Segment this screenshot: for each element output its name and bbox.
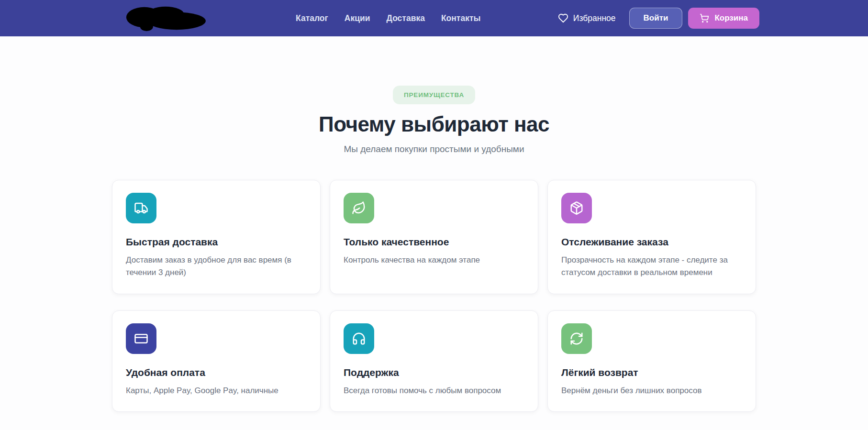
cart-button[interactable]: Корзина <box>688 8 759 29</box>
store-logo-redacted[interactable] <box>120 5 209 32</box>
card-order-tracking: Отслеживание заказа Прозрачность на кажд… <box>547 180 756 294</box>
advantages-section: ПРЕИМУЩЕСТВА Почему выбирают нас Мы дела… <box>0 36 868 412</box>
nav-link-catalog[interactable]: Каталог <box>296 13 328 23</box>
heart-icon <box>558 13 568 23</box>
refresh-icon <box>561 323 592 354</box>
cart-label: Корзина <box>714 13 748 23</box>
card-title: Отслеживание заказа <box>561 236 742 248</box>
card-title: Поддержка <box>344 367 524 378</box>
logo-blob <box>120 5 209 32</box>
shopping-cart-icon <box>700 13 709 23</box>
favorites-link[interactable]: Избранное <box>558 13 616 23</box>
card-title: Быстрая доставка <box>126 236 307 248</box>
card-description: Контроль качества на каждом этапе <box>344 254 524 266</box>
leaf-icon <box>344 193 374 223</box>
card-quality: Только качественное Контроль качества на… <box>330 180 538 294</box>
nav-link-promos[interactable]: Акции <box>345 13 370 23</box>
headphones-icon <box>344 323 374 354</box>
card-fast-delivery: Быстрая доставка Доставим заказ в удобно… <box>112 180 321 294</box>
card-easy-payment: Удобная оплата Карты, Apple Pay, Google … <box>112 310 321 412</box>
card-title: Лёгкий возврат <box>561 367 742 378</box>
card-description: Вернём деньги без лишних вопросов <box>561 385 742 397</box>
card-title: Только качественное <box>344 236 524 248</box>
nav-link-contacts[interactable]: Контакты <box>441 13 481 23</box>
header: Каталог Акции Доставка Контакты Избранно… <box>0 0 868 36</box>
card-support: Поддержка Всегда готовы помочь с любым в… <box>330 310 538 412</box>
section-badge: ПРЕИМУЩЕСТВА <box>393 86 475 104</box>
credit-card-icon <box>126 323 156 354</box>
section-subtitle: Мы делаем покупки простыми и удобными <box>0 144 868 154</box>
card-description: Всегда готовы помочь с любым вопросом <box>344 385 524 397</box>
header-inner: Каталог Акции Доставка Контакты Избранно… <box>109 0 759 36</box>
card-description: Доставим заказ в удобное для вас время (… <box>126 254 307 279</box>
card-description: Прозрачность на каждом этапе - следите з… <box>561 254 742 279</box>
header-actions: Избранное Войти Корзина <box>558 8 759 29</box>
section-title: Почему выбирают нас <box>0 112 868 136</box>
nav-link-delivery[interactable]: Доставка <box>386 13 424 23</box>
card-description: Карты, Apple Pay, Google Pay, наличные <box>126 385 307 397</box>
advantage-cards-grid: Быстрая доставка Доставим заказ в удобно… <box>112 180 756 412</box>
favorites-label: Избранное <box>573 13 616 23</box>
truck-icon <box>126 193 156 223</box>
main-nav: Каталог Акции Доставка Контакты <box>296 13 480 23</box>
package-icon <box>561 193 592 223</box>
card-easy-return: Лёгкий возврат Вернём деньги без лишних … <box>547 310 756 412</box>
card-title: Удобная оплата <box>126 367 307 378</box>
login-button[interactable]: Войти <box>629 8 683 29</box>
